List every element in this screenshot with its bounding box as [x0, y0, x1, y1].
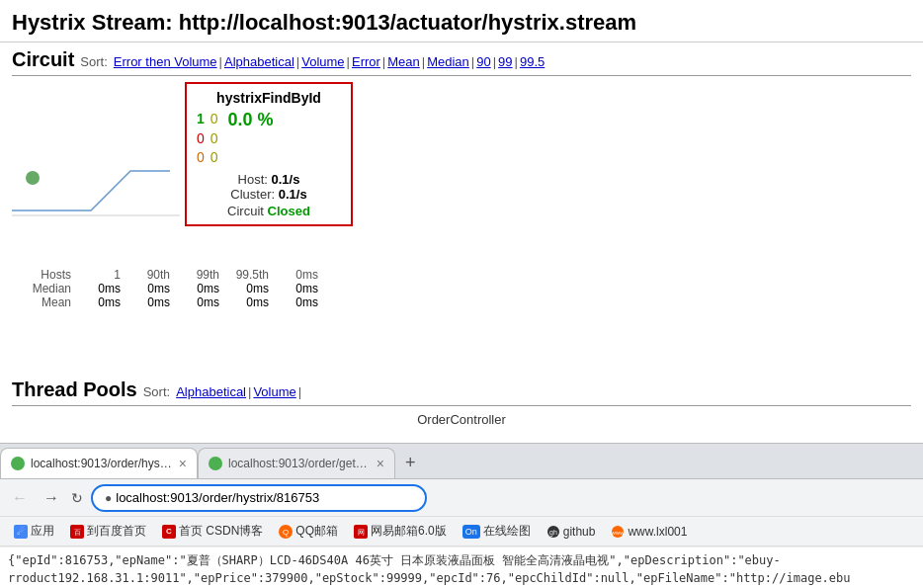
back-button[interactable]: ← [8, 487, 32, 509]
card-title: hystrixFindById [197, 90, 341, 106]
latency-col-99: 99th 0ms 0ms [170, 268, 219, 309]
stat-error2: 0 [210, 129, 218, 149]
lock-icon: ● [105, 491, 112, 505]
circuit-content: hystrixFindById 1 0 0 0 0 0 0.0 % Host: … [12, 82, 911, 260]
browser-addressbar: ← → ↻ ● localhost:9013/order/hystrix/816… [0, 479, 923, 517]
card-host-row: Host: 0.1/s [197, 172, 341, 187]
content-output: {"epId":816753,"epName":"夏普（SHARP）LCD-46… [0, 546, 923, 588]
circuit-divider [12, 75, 911, 76]
bookmark-csdn-label: 首页 CSDN博客 [179, 523, 263, 540]
tp-sort-volume[interactable]: Volume [253, 384, 295, 399]
tab-favicon-1 [11, 457, 25, 470]
browser-tabs: localhost:9013/order/hystrix/8 × localho… [0, 444, 923, 479]
tab-new-button[interactable]: + [395, 448, 426, 478]
thread-pools-header: Thread Pools Sort: Alphabetical | Volume… [12, 378, 911, 401]
svg-text:www: www [611, 530, 625, 536]
sort-alphabetical[interactable]: Alphabetical [224, 54, 294, 69]
tp-sort-links: Alphabetical | Volume | [176, 384, 301, 399]
tab-close-1[interactable]: × [179, 456, 187, 471]
bookmarks-bar: ☄ 应用 百 到百度首页 C 首页 CSDN博客 Q QQ邮箱 网 网易邮箱6.… [0, 517, 923, 546]
circuit-section: Circuit Sort: Error then Volume | Alphab… [0, 42, 923, 309]
circuit-status-row: Circuit Closed [197, 204, 341, 218]
bookmark-baidu-label: 到百度首页 [87, 523, 146, 540]
latency-col-90: 90th 0ms 0ms [121, 268, 170, 309]
stat-success: 1 [197, 110, 205, 129]
on-favicon: On [462, 525, 480, 539]
svg-text:gh: gh [549, 529, 557, 537]
tp-divider [12, 405, 911, 406]
circuit-sort-label: Sort: [80, 54, 107, 69]
circuit-label: Circuit [12, 48, 74, 71]
latency-col-1: 1 0ms 0ms [71, 268, 121, 309]
tp-item: OrderController [12, 410, 911, 429]
stats-row: 1 0 0 0 0 0 0.0 % [197, 110, 341, 168]
stat-col-left: 1 0 0 [197, 110, 205, 168]
tab-close-2[interactable]: × [377, 456, 384, 471]
bottom-stats: Hosts Median Mean 1 0ms 0ms 90th 0ms 0ms… [12, 268, 911, 309]
tab-favicon-2 [209, 457, 222, 470]
bookmark-on[interactable]: On 在线绘图 [457, 521, 537, 542]
sort-error[interactable]: Error [352, 54, 380, 69]
circuit-sort-links: Error then Volume | Alphabetical | Volum… [114, 54, 545, 69]
bookmark-github[interactable]: gh github [541, 523, 602, 541]
svg-text:网: 网 [358, 529, 365, 536]
bookmark-github-label: github [563, 525, 596, 539]
stat-percent: 0.0 % [228, 110, 274, 130]
sort-error-volume[interactable]: Error then Volume [114, 54, 217, 69]
globe-favicon: www [611, 525, 625, 539]
bookmark-globe[interactable]: www www.lxl001 [605, 523, 693, 541]
bookmark-globe-label: www.lxl001 [628, 525, 687, 539]
forward-button[interactable]: → [40, 487, 63, 509]
stat-timeout: 0 [210, 110, 218, 129]
svg-text:Q: Q [283, 528, 289, 537]
browser-tab-active[interactable]: localhost:9013/order/hystrix/8 × [0, 448, 198, 478]
163-favicon: 网 [354, 525, 368, 539]
qq-favicon: Q [279, 525, 293, 539]
tab-title-2: localhost:9013/order/getMsg [228, 457, 371, 470]
latency-labels: Hosts Median Mean [12, 268, 71, 309]
title-bar: Hystrix Stream: http://localhost:9013/ac… [0, 0, 923, 42]
label-mean: Mean [12, 295, 71, 309]
apps-favicon: ☄ [14, 525, 28, 539]
sort-volume[interactable]: Volume [301, 54, 344, 69]
svg-text:百: 百 [74, 529, 81, 536]
sparkline-area [12, 82, 185, 260]
stat-zero: 0 [210, 148, 218, 168]
content-text: {"epId":816753,"epName":"夏普（SHARP）LCD-46… [8, 553, 851, 585]
browser-chrome: localhost:9013/order/hystrix/8 × localho… [0, 443, 923, 588]
card-host-rate: 0.1/s [272, 172, 300, 187]
tp-sort-alphabetical[interactable]: Alphabetical [176, 384, 246, 399]
tp-label: Thread Pools [12, 378, 137, 401]
browser-tab-inactive[interactable]: localhost:9013/order/getMsg × [198, 448, 395, 478]
sort-median[interactable]: Median [427, 54, 469, 69]
bookmark-on-label: 在线绘图 [483, 523, 531, 540]
address-bar-wrap[interactable]: ● localhost:9013/order/hystrix/816753 [91, 484, 427, 512]
bookmark-baidu[interactable]: 百 到百度首页 [64, 521, 152, 542]
sort-mean[interactable]: Mean [387, 54, 420, 69]
sort-99[interactable]: 99 [498, 54, 512, 69]
latency-cols: 1 0ms 0ms 90th 0ms 0ms 99th 0ms 0ms 99.5… [71, 268, 318, 309]
circuit-card: hystrixFindById 1 0 0 0 0 0 0.0 % Host: … [185, 82, 353, 226]
reload-button[interactable]: ↻ [71, 490, 83, 506]
sort-90[interactable]: 90 [476, 54, 490, 69]
bookmark-apps-label: 应用 [31, 523, 54, 540]
bookmark-csdn[interactable]: C 首页 CSDN博客 [156, 521, 269, 542]
tp-sort-label: Sort: [143, 384, 170, 399]
sparkline-chart [12, 122, 180, 230]
stat-rejected: 0 [197, 148, 205, 168]
csdn-favicon: C [162, 525, 176, 539]
bookmark-163[interactable]: 网 网易邮箱6.0版 [348, 521, 453, 542]
bookmark-qq[interactable]: Q QQ邮箱 [273, 521, 344, 542]
label-hosts: Hosts [12, 268, 71, 282]
card-cluster-row: Cluster: 0.1/s [197, 187, 341, 202]
sort-995[interactable]: 99.5 [520, 54, 545, 69]
page-title: Hystrix Stream: http://localhost:9013/ac… [12, 10, 911, 36]
tab-title-1: localhost:9013/order/hystrix/8 [31, 457, 173, 470]
card-cluster-rate: 0.1/s [279, 187, 307, 202]
label-median: Median [12, 282, 71, 295]
circuit-header: Circuit Sort: Error then Volume | Alphab… [12, 48, 911, 71]
thread-pools-section: Thread Pools Sort: Alphabetical | Volume… [0, 309, 923, 429]
latency-col-0ms: 0ms 0ms 0ms [269, 268, 318, 309]
latency-col-995: 99.5th 0ms 0ms [219, 268, 269, 309]
bookmark-apps[interactable]: ☄ 应用 [8, 521, 60, 542]
